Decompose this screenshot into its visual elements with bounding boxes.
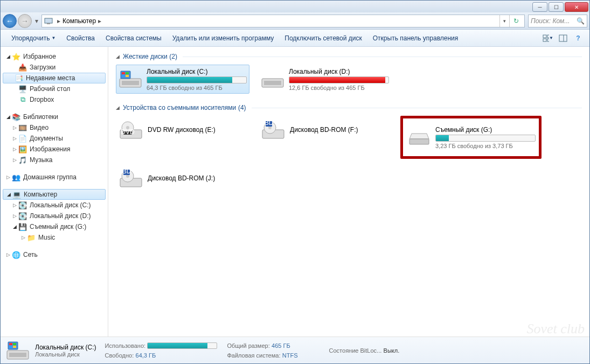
svg-rect-11 bbox=[122, 72, 125, 74]
capacity-bar bbox=[435, 135, 536, 142]
tree-desktop[interactable]: 🖥️Рабочий стол bbox=[1, 83, 108, 94]
drive-capacity: 3,23 ГБ свободно из 3,73 ГБ bbox=[435, 143, 536, 149]
address-history-icon[interactable]: ▾ bbox=[499, 15, 509, 27]
drive-icon: 💽 bbox=[18, 212, 27, 220]
details-pane: Локальный диск (C:) Локальный диск Испол… bbox=[1, 337, 589, 363]
drive-capacity: 64,3 ГБ свободно из 465 ГБ bbox=[147, 85, 247, 91]
svg-text:BD: BD bbox=[265, 120, 274, 127]
documents-icon: 📄 bbox=[18, 134, 27, 143]
tree-network[interactable]: ▷🌐Сеть bbox=[1, 249, 108, 260]
svg-rect-16 bbox=[264, 81, 281, 85]
network-icon: 🌐 bbox=[11, 250, 21, 259]
maximize-button[interactable]: ☐ bbox=[549, 2, 564, 12]
uninstall-button[interactable]: Удалить или изменить программу bbox=[167, 32, 280, 44]
svg-rect-2 bbox=[543, 35, 546, 38]
titlebar[interactable]: ​ ─ ☐ ✕ bbox=[1, 1, 589, 12]
tree-music[interactable]: ▷🎵Музыка bbox=[1, 155, 108, 165]
tree-favorites[interactable]: ◢⭐Избранное bbox=[1, 51, 108, 62]
window-controls: ─ ☐ ✕ bbox=[532, 1, 589, 12]
tree-drive-g[interactable]: ◢💾Съемный диск (G:) bbox=[1, 221, 108, 232]
homegroup-icon: 👥 bbox=[11, 173, 21, 181]
search-icon: 🔍 bbox=[577, 17, 585, 25]
svg-text:DVD: DVD bbox=[121, 128, 135, 136]
help-icon[interactable]: ? bbox=[572, 32, 584, 44]
refresh-icon[interactable]: ↻ bbox=[509, 15, 522, 27]
navigation-pane: ◢⭐Избранное 📥Загрузки 📑Недавние места 🖥️… bbox=[1, 47, 108, 337]
tree-recent[interactable]: 📑Недавние места bbox=[3, 73, 106, 83]
tree-homegroup[interactable]: ▷👥Домашняя группа bbox=[1, 172, 108, 183]
chevron-right-icon[interactable]: ▸ bbox=[96, 17, 103, 25]
drive-name: DVD RW дисковод (E:) bbox=[148, 126, 247, 134]
forward-button[interactable]: → bbox=[18, 14, 32, 28]
tree-drive-c[interactable]: ▷💽Локальный диск (C:) bbox=[1, 200, 108, 211]
tree-dropbox[interactable]: ⧉Dropbox bbox=[1, 94, 108, 105]
total-label: Общий размер: bbox=[227, 342, 269, 349]
breadcrumb-item[interactable]: Компьютер bbox=[63, 17, 96, 25]
drive-tile-c[interactable]: Локальный диск (C:) 64,3 ГБ свободно из … bbox=[116, 65, 249, 94]
explorer-window: ​ ─ ☐ ✕ ← → ▾ ▸ Компьютер ▸ ▾ ↻ Поиск: К… bbox=[0, 0, 590, 364]
drive-icon: 💽 bbox=[18, 201, 27, 209]
drive-name: Дисковод BD-ROM (F:) bbox=[290, 126, 389, 134]
chevron-right-icon[interactable]: ▸ bbox=[55, 17, 63, 25]
svg-rect-1 bbox=[47, 23, 50, 24]
svg-rect-0 bbox=[45, 18, 52, 23]
nav-row: ← → ▾ ▸ Компьютер ▸ ▾ ↻ Поиск: Ком... 🔍 bbox=[1, 12, 589, 30]
drive-tile-d[interactable]: Локальный диск (D:) 12,6 ГБ свободно из … bbox=[258, 65, 392, 94]
organize-menu[interactable]: Упорядочить▼ bbox=[6, 32, 61, 44]
tree-pictures[interactable]: ▷🖼️Изображения bbox=[1, 144, 108, 155]
desktop-icon: 🖥️ bbox=[18, 85, 27, 93]
tree-music-folder[interactable]: ▷📁Music bbox=[1, 232, 108, 243]
control-panel-button[interactable]: Открыть панель управления bbox=[367, 32, 464, 44]
pictures-icon: 🖼️ bbox=[18, 145, 27, 153]
details-title: Локальный диск (C:) bbox=[35, 344, 96, 351]
drive-tile-j[interactable]: BD Дисковод BD-ROM (J:) bbox=[116, 164, 249, 193]
search-input[interactable]: Поиск: Ком... 🔍 bbox=[528, 15, 587, 27]
removable-drive-icon: 💾 bbox=[18, 222, 27, 231]
svg-rect-38 bbox=[9, 346, 12, 348]
computer-icon bbox=[44, 17, 53, 25]
group-header-hdd[interactable]: ◢ Жесткие диски (2) bbox=[116, 52, 582, 60]
free-label: Свободно: bbox=[105, 352, 134, 359]
tree-videos[interactable]: ▷🎞️Видео bbox=[1, 122, 108, 133]
svg-rect-27 bbox=[409, 139, 429, 144]
tree-documents[interactable]: ▷📄Документы bbox=[1, 133, 108, 144]
system-properties-button[interactable]: Свойства системы bbox=[100, 32, 167, 44]
svg-rect-13 bbox=[122, 75, 125, 77]
details-type: Локальный диск bbox=[35, 351, 96, 358]
history-dropdown[interactable]: ▾ bbox=[33, 16, 40, 26]
content-pane: ◢ Жесткие диски (2) Локальный диск (C:) … bbox=[108, 47, 589, 337]
free-value: 64,3 ГБ bbox=[136, 352, 156, 359]
close-button[interactable]: ✕ bbox=[565, 2, 588, 12]
properties-button[interactable]: Свойства bbox=[61, 32, 100, 44]
tree-downloads[interactable]: 📥Загрузки bbox=[1, 62, 108, 73]
drive-tile-g[interactable]: Съемный диск (G:) 3,23 ГБ свободно из 3,… bbox=[400, 116, 542, 159]
dvd-drive-icon: DVD bbox=[119, 118, 143, 143]
tree-drive-d[interactable]: ▷💽Локальный диск (D:) bbox=[1, 211, 108, 221]
address-bar[interactable]: ▸ Компьютер ▸ ▾ ↻ bbox=[41, 15, 525, 27]
hdd-icon bbox=[119, 67, 142, 92]
back-button[interactable]: ← bbox=[3, 14, 17, 28]
video-icon: 🎞️ bbox=[18, 123, 27, 132]
tree-computer[interactable]: ◢💻Компьютер bbox=[3, 189, 106, 200]
fs-value: NTFS bbox=[282, 352, 298, 359]
minimize-button[interactable]: ─ bbox=[532, 2, 547, 12]
drive-tile-e[interactable]: DVD DVD RW дисковод (E:) bbox=[116, 116, 249, 145]
hdd-icon bbox=[6, 340, 30, 361]
star-icon: ⭐ bbox=[11, 52, 21, 61]
svg-rect-4 bbox=[543, 39, 546, 41]
tree-libraries[interactable]: ◢📚Библиотеки bbox=[1, 111, 108, 122]
hdd-icon bbox=[261, 67, 284, 92]
group-header-removable[interactable]: ◢ Устройства со съемными носителями (4) bbox=[116, 103, 582, 111]
map-drive-button[interactable]: Подключить сетевой диск bbox=[279, 32, 367, 44]
svg-rect-14 bbox=[126, 75, 129, 77]
drive-name: Дисковод BD-ROM (J:) bbox=[148, 174, 247, 182]
svg-rect-39 bbox=[13, 346, 16, 348]
bitlocker-label: Состояние BitLoc... bbox=[329, 347, 382, 354]
music-icon: 🎵 bbox=[18, 156, 27, 164]
used-bar bbox=[147, 342, 217, 349]
drive-tile-f[interactable]: BD Дисковод BD-ROM (F:) bbox=[258, 116, 392, 145]
preview-pane-icon[interactable] bbox=[557, 32, 569, 44]
view-mode-icon[interactable]: ▼ bbox=[542, 32, 554, 44]
computer-icon: 💻 bbox=[12, 190, 22, 199]
collapse-icon: ◢ bbox=[116, 54, 120, 59]
